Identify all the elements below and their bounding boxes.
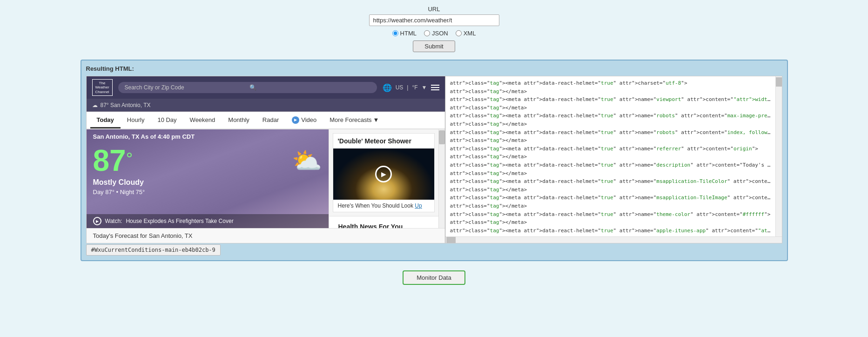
weather-icon-area: ⛅ xyxy=(292,147,322,175)
top-section: URL HTML JSON XML Submit xyxy=(0,0,868,57)
news-video-thumbnail[interactable]: ▶ xyxy=(333,148,434,200)
caption-link[interactable]: Up xyxy=(415,202,422,209)
json-radio[interactable] xyxy=(424,30,430,36)
news-title-1: 'Double' Meteor Shower xyxy=(333,134,434,148)
html-radio[interactable] xyxy=(392,30,398,36)
forecast-header: Today's Forecast for San Antonio, TX xyxy=(93,232,193,239)
tab-more-forecasts[interactable]: More Forecasts ▼ xyxy=(323,113,385,128)
code-line: attr">class="tag"><meta attr">data-react… xyxy=(450,161,771,169)
tab-weekend[interactable]: Weekend xyxy=(183,113,222,128)
tab-radar[interactable]: Radar xyxy=(256,113,285,128)
left-panel: The Weather Channel Search City or Zip C… xyxy=(87,76,445,243)
url-input[interactable] xyxy=(369,14,499,26)
weather-channel-logo: The Weather Channel xyxy=(92,79,113,96)
video-scene: ▶ xyxy=(333,148,434,200)
bottom-scrollbar[interactable] xyxy=(445,236,782,243)
code-line: attr">class="tag"></meta> xyxy=(450,136,771,145)
watch-play-icon: ▶ xyxy=(93,217,101,225)
code-line: attr">class="tag"></meta> xyxy=(450,186,771,194)
code-line: attr">class="tag"></meta> xyxy=(450,104,771,112)
id-bar: #WxuCurrentConditions-main-eb4b02cb-9 xyxy=(86,244,794,256)
location-weather-icon: ☁ xyxy=(92,102,98,108)
conditions-text: Mostly Cloudy xyxy=(87,177,329,188)
search-placeholder: Search City or Zip Code xyxy=(125,84,246,91)
format-row: HTML JSON XML xyxy=(392,30,476,37)
right-panel-scrollbar[interactable] xyxy=(775,76,782,236)
format-xml[interactable]: XML xyxy=(456,30,476,37)
unit-label: °F xyxy=(412,84,417,91)
tab-10day[interactable]: 10 Day xyxy=(151,113,183,128)
code-line: attr">class="tag"><meta attr">data-react… xyxy=(450,194,771,202)
code-line: attr">class="tag"></meta> xyxy=(450,120,771,128)
code-line: attr">class="tag"><meta attr">data-react… xyxy=(450,177,771,186)
json-label: JSON xyxy=(432,30,448,37)
temp-block: 87 ° ⛅ xyxy=(87,144,329,177)
code-line: attr">class="tag"><meta attr">data-react… xyxy=(450,210,771,219)
code-content: attr">class="tag"><meta attr">data-react… xyxy=(445,76,775,236)
submit-button[interactable]: Submit xyxy=(413,40,455,52)
code-line: attr">class="tag"></meta> xyxy=(450,169,771,178)
location-text: 87° San Antonio, TX xyxy=(101,102,151,108)
left-panel-scrollbar[interactable] xyxy=(438,129,445,228)
code-line: attr">class="tag"></meta> xyxy=(450,218,771,227)
video-play-button[interactable]: ▶ xyxy=(375,166,392,182)
code-line: attr">class="tag"><meta attr">data-react… xyxy=(450,95,771,104)
result-label: Resulting HTML: xyxy=(86,65,782,72)
tab-today[interactable]: Today xyxy=(90,113,121,128)
right-panel-inner: attr">class="tag"><meta attr">data-react… xyxy=(445,76,782,236)
degree-symbol: ° xyxy=(126,149,133,169)
weather-header: The Weather Channel Search City or Zip C… xyxy=(87,76,445,99)
code-line: attr">class="tag"><meta attr">data-react… xyxy=(450,112,771,120)
code-line: attr">class="tag"><meta attr">data-react… xyxy=(450,128,771,137)
monitor-btn-area: Monitor Data xyxy=(403,270,465,285)
unit-dropdown-icon[interactable]: ▼ xyxy=(422,84,427,91)
format-json[interactable]: JSON xyxy=(424,30,448,37)
separator: | xyxy=(407,84,408,91)
tab-hourly[interactable]: Hourly xyxy=(121,113,151,128)
tab-video[interactable]: ▶ Video xyxy=(285,113,323,129)
right-content: 'Double' Meteor Shower ▶ Here's When You… xyxy=(329,129,438,228)
watch-bar[interactable]: ▶ Watch: House Explodes As Firefighters … xyxy=(87,214,329,228)
watch-text: House Explodes As Firefighters Take Cove… xyxy=(126,218,233,224)
url-label: URL xyxy=(428,6,440,13)
location-bar: ☁ 87° San Antonio, TX xyxy=(87,99,445,112)
nav-tabs: Today Hourly 10 Day Weekend Monthly Rada… xyxy=(87,112,445,129)
watch-label: Watch: xyxy=(105,218,122,224)
news-title-2: Health News For You xyxy=(334,219,434,228)
html-label: HTML xyxy=(400,30,417,37)
search-bar[interactable]: Search City or Zip Code 🔍 xyxy=(118,82,377,93)
news-caption: Here's When You Should Look Up xyxy=(333,200,434,212)
conditions-header: San Antonio, TX As of 4:40 pm CDT xyxy=(87,129,329,144)
right-scroll-thumb xyxy=(776,77,782,87)
hamburger-menu[interactable] xyxy=(431,85,439,90)
code-line: attr">class="tag"><meta attr">data-react… xyxy=(450,79,771,88)
content-area: San Antonio, TX As of 4:40 pm CDT 87 ° ⛅… xyxy=(87,129,445,228)
locale-label: US xyxy=(396,84,404,91)
globe-icon: 🌐 xyxy=(383,83,392,92)
news-card-2: Health News For You xyxy=(329,216,438,228)
right-panel: attr">class="tag"><meta attr">data-react… xyxy=(445,76,782,243)
partly-cloudy-icon: ⛅ xyxy=(292,147,322,175)
current-conditions: San Antonio, TX As of 4:40 pm CDT 87 ° ⛅… xyxy=(87,129,329,228)
news-card-1: 'Double' Meteor Shower ▶ Here's When You… xyxy=(333,133,435,212)
code-line: attr">class="tag"></meta> xyxy=(450,202,771,210)
chevron-down-icon: ▼ xyxy=(373,116,379,123)
header-right: 🌐 US | °F ▼ xyxy=(383,83,439,92)
code-line: attr">class="tag"><meta attr">data-react… xyxy=(450,145,771,153)
temperature: 87 xyxy=(93,146,126,175)
search-icon: 🔍 xyxy=(249,84,370,91)
id-tag: #WxuCurrentConditions-main-eb4b02cb-9 xyxy=(86,244,221,256)
panels: The Weather Channel Search City or Zip C… xyxy=(86,76,782,243)
main-container: Resulting HTML: The Weather Channel Sear… xyxy=(81,60,788,261)
xml-radio[interactable] xyxy=(456,30,462,36)
code-line: attr">class="tag"></meta> xyxy=(450,153,771,161)
format-html[interactable]: HTML xyxy=(392,30,417,37)
code-line: attr">class="tag"><meta attr">data-react… xyxy=(450,227,771,235)
tab-monthly[interactable]: Monthly xyxy=(222,113,256,128)
xml-label: XML xyxy=(464,30,476,37)
code-line: attr">class="tag"></meta> xyxy=(450,88,771,96)
monitor-button[interactable]: Monitor Data xyxy=(403,270,465,285)
bottom-scroll-thumb xyxy=(446,237,456,243)
scroll-thumb xyxy=(439,130,445,144)
video-play-icon: ▶ xyxy=(292,116,299,124)
